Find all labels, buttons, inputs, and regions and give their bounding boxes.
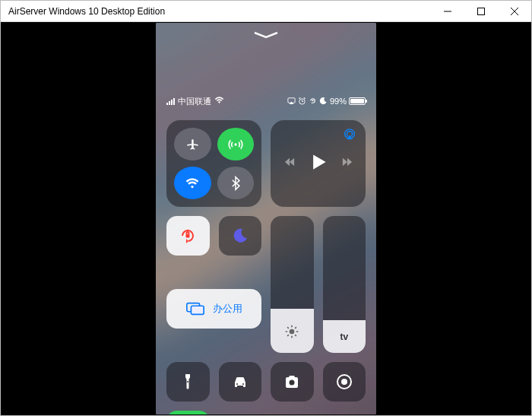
row-3 — [166, 362, 366, 402]
cellular-data-button[interactable] — [217, 128, 255, 160]
battery-percent: 99% — [330, 97, 347, 106]
driving-mode-button[interactable] — [219, 362, 262, 402]
signal-icon — [166, 98, 175, 105]
close-button[interactable] — [498, 1, 531, 22]
phone-screen: 中国联通 99% — [156, 23, 376, 414]
rewind-button[interactable] — [284, 157, 295, 170]
qr-scanner-button[interactable] — [166, 411, 210, 414]
mirror-viewport: 中国联通 99% — [1, 22, 531, 415]
forward-button[interactable] — [342, 157, 353, 170]
svg-marker-18 — [290, 158, 294, 167]
window-controls — [431, 1, 531, 22]
control-center: 办公用 tv — [166, 120, 366, 414]
svg-point-26 — [290, 329, 295, 335]
brightness-icon — [284, 324, 299, 342]
app-window: AirServer Windows 10 Desktop Edition 中国联… — [0, 0, 532, 416]
svg-rect-25 — [191, 306, 204, 314]
svg-marker-22 — [186, 239, 188, 243]
svg-rect-23 — [186, 234, 190, 238]
svg-marker-19 — [313, 154, 326, 169]
brightness-slider[interactable] — [271, 216, 314, 353]
connectivity-module[interactable] — [166, 120, 261, 207]
maximize-button[interactable] — [464, 1, 498, 22]
screen-record-button[interactable] — [323, 362, 366, 402]
orientation-lock-status-icon — [309, 97, 317, 106]
orientation-lock-button[interactable] — [166, 216, 210, 256]
airplay-status-icon — [287, 97, 296, 106]
row-4 — [166, 411, 366, 414]
svg-point-35 — [187, 381, 188, 383]
svg-line-34 — [295, 327, 296, 329]
airplay-icon[interactable] — [343, 128, 356, 144]
svg-line-10 — [304, 97, 306, 98]
carrier-label: 中国联通 — [178, 96, 211, 107]
airplane-mode-button[interactable] — [174, 128, 211, 160]
svg-point-13 — [234, 143, 236, 145]
svg-rect-1 — [478, 8, 485, 14]
sliders: tv — [271, 216, 366, 353]
camera-button[interactable] — [271, 362, 314, 402]
dismiss-chevron-icon[interactable] — [253, 29, 279, 43]
minimize-button[interactable] — [431, 1, 464, 22]
svg-point-38 — [290, 380, 295, 386]
svg-line-33 — [287, 335, 289, 336]
alarm-icon — [298, 97, 306, 106]
svg-point-40 — [341, 379, 347, 385]
do-not-disturb-button[interactable] — [219, 216, 262, 256]
svg-point-37 — [242, 383, 244, 385]
media-module[interactable] — [271, 120, 366, 207]
svg-line-31 — [287, 327, 289, 329]
svg-marker-21 — [347, 158, 352, 167]
battery-icon — [349, 97, 366, 105]
wifi-button[interactable] — [174, 167, 211, 199]
screen-mirroring-label: 办公用 — [213, 302, 242, 316]
wifi-icon — [214, 97, 224, 106]
row-2: 办公用 — [166, 216, 261, 353]
svg-rect-12 — [312, 100, 314, 101]
play-button[interactable] — [310, 154, 327, 173]
svg-marker-20 — [342, 158, 347, 167]
svg-marker-11 — [312, 101, 312, 103]
screen-mirroring-button[interactable]: 办公用 — [166, 289, 261, 329]
apple-tv-icon: tv — [340, 332, 348, 342]
flashlight-button[interactable] — [166, 362, 210, 402]
svg-line-32 — [295, 335, 296, 336]
screen-mirroring-icon — [185, 301, 205, 316]
titlebar: AirServer Windows 10 Desktop Edition — [1, 1, 531, 22]
svg-marker-17 — [284, 158, 289, 167]
bluetooth-button[interactable] — [217, 167, 255, 199]
dnd-status-icon — [319, 97, 328, 106]
volume-slider[interactable]: tv — [323, 216, 366, 353]
status-bar: 中国联通 99% — [156, 94, 376, 108]
window-title: AirServer Windows 10 Desktop Edition — [8, 6, 165, 17]
svg-line-9 — [299, 97, 300, 98]
svg-point-36 — [236, 383, 238, 385]
